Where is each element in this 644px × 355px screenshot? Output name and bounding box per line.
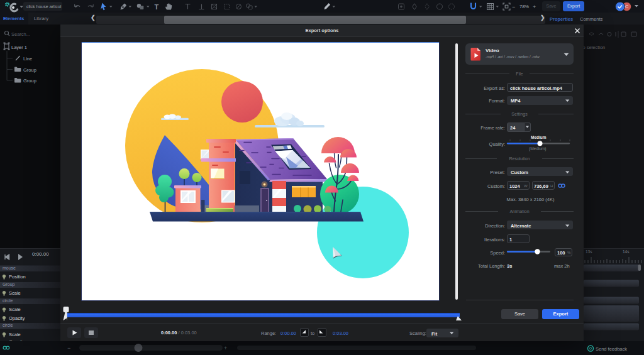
svg-text:T: T <box>155 3 159 11</box>
svg-text:−: − <box>67 345 70 351</box>
svg-text:+: + <box>224 345 227 351</box>
svg-text:C: C <box>625 4 629 9</box>
